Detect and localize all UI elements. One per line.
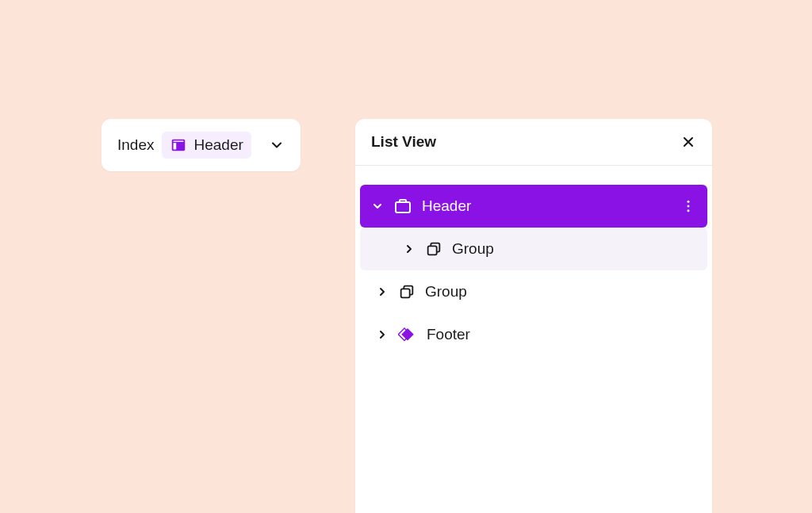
tree-item-group[interactable]: Group <box>360 228 707 270</box>
tree-item-label: Group <box>425 283 696 301</box>
chevron-down-icon[interactable] <box>371 200 384 212</box>
panel-title: List View <box>371 133 436 151</box>
more-options-icon[interactable] <box>680 198 696 214</box>
tree-item-label: Footer <box>427 326 696 343</box>
chevron-down-icon[interactable] <box>269 137 285 153</box>
tree-item-label: Header <box>422 197 671 215</box>
tree-item-footer[interactable]: Footer <box>360 313 707 356</box>
svg-rect-2 <box>174 141 184 142</box>
footer-pattern-icon <box>398 325 417 344</box>
header-block-icon <box>393 197 412 216</box>
tree-list: Header Group <box>355 166 712 361</box>
close-icon[interactable] <box>680 134 696 150</box>
svg-rect-1 <box>174 143 177 149</box>
tree-item-header[interactable]: Header <box>360 185 707 228</box>
list-view-panel: List View Header <box>355 119 712 513</box>
panel-header: List View <box>355 119 712 166</box>
svg-rect-3 <box>396 202 410 212</box>
breadcrumb[interactable]: Index Header <box>102 119 301 171</box>
svg-rect-11 <box>401 289 410 297</box>
svg-point-6 <box>688 205 690 208</box>
chevron-right-icon[interactable] <box>376 328 389 341</box>
tree-item-label: Group <box>452 240 696 258</box>
layout-icon <box>170 136 187 154</box>
svg-rect-9 <box>428 246 437 255</box>
breadcrumb-chip-label: Header <box>193 136 243 154</box>
group-icon <box>398 283 416 301</box>
svg-point-5 <box>688 201 690 203</box>
chevron-right-icon[interactable] <box>376 285 389 298</box>
chevron-right-icon[interactable] <box>403 243 416 255</box>
svg-rect-4 <box>400 200 406 202</box>
group-icon <box>425 240 442 258</box>
tree-item-group[interactable]: Group <box>360 270 707 313</box>
svg-point-7 <box>688 209 690 212</box>
breadcrumb-root[interactable]: Index <box>117 136 154 154</box>
breadcrumb-chip[interactable]: Header <box>162 132 251 159</box>
